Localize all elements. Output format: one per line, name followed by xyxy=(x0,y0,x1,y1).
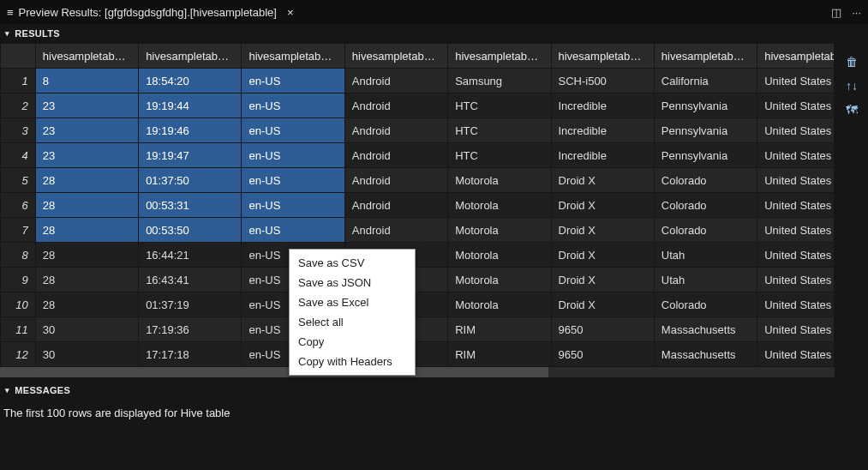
row-number-cell[interactable]: 12 xyxy=(1,342,36,367)
row-number-cell[interactable]: 3 xyxy=(1,118,36,143)
table-cell[interactable]: Samsung xyxy=(448,69,551,93)
table-row[interactable]: 123017:17:18en-USRIM OSRIM9650Massachuse… xyxy=(1,342,835,367)
table-cell[interactable]: Droid X xyxy=(551,193,654,218)
row-number-cell[interactable]: 1 xyxy=(1,69,36,93)
table-cell[interactable]: 28 xyxy=(35,292,138,317)
context-menu-item[interactable]: Copy with Headers xyxy=(290,352,415,371)
table-cell[interactable]: Colorado xyxy=(654,292,757,317)
table-cell[interactable]: 23 xyxy=(35,93,138,118)
row-number-cell[interactable]: 7 xyxy=(1,218,36,243)
table-cell[interactable]: HTC xyxy=(448,118,551,143)
close-icon[interactable]: × xyxy=(287,6,294,19)
scrollbar-thumb[interactable] xyxy=(0,367,548,377)
table-cell[interactable]: Massachusetts xyxy=(654,317,757,342)
context-menu-item[interactable]: Copy xyxy=(290,332,415,352)
table-cell[interactable]: Massachusetts xyxy=(654,342,757,367)
context-menu-item[interactable]: Save as JSON xyxy=(290,273,415,292)
table-cell[interactable]: United States xyxy=(757,93,835,118)
table-cell[interactable]: Incredible xyxy=(551,93,654,118)
context-menu-item[interactable]: Save as Excel xyxy=(290,292,415,312)
column-header[interactable]: hivesampletab… xyxy=(344,44,447,69)
column-header[interactable]: hivesampletab… xyxy=(757,44,835,69)
column-header[interactable]: hivesampletab… xyxy=(448,44,551,69)
table-cell[interactable]: 28 xyxy=(35,193,138,218)
table-cell[interactable]: Android xyxy=(344,93,447,118)
table-cell[interactable]: United States xyxy=(757,243,835,268)
table-cell[interactable]: Utah xyxy=(654,243,757,268)
row-number-cell[interactable]: 2 xyxy=(1,93,36,118)
context-menu-item[interactable]: Select all xyxy=(290,312,415,332)
table-cell[interactable]: Motorola xyxy=(448,292,551,317)
table-cell[interactable]: 30 xyxy=(35,317,138,342)
table-cell[interactable]: SCH-i500 xyxy=(551,69,654,93)
table-cell[interactable]: 19:19:46 xyxy=(139,118,242,143)
context-menu[interactable]: Save as CSVSave as JSONSave as ExcelSele… xyxy=(289,249,416,376)
table-cell[interactable]: 01:37:19 xyxy=(139,292,242,317)
table-row[interactable]: 72800:53:50en-USAndroidMotorolaDroid XCo… xyxy=(1,218,835,243)
table-cell[interactable]: 16:43:41 xyxy=(139,268,242,292)
table-cell[interactable]: Motorola xyxy=(448,193,551,218)
table-cell[interactable]: United States xyxy=(757,118,835,143)
table-cell[interactable]: Droid X xyxy=(551,243,654,268)
chart-icon[interactable]: ↑↓ xyxy=(846,79,858,93)
table-cell[interactable]: en-US xyxy=(242,218,344,243)
table-cell[interactable]: United States xyxy=(757,143,835,168)
table-cell[interactable]: 30 xyxy=(35,342,138,367)
table-cell[interactable]: Android xyxy=(344,168,447,193)
column-header[interactable]: hivesampletab… xyxy=(242,44,344,69)
messages-section-header[interactable]: ▾ MESSAGES xyxy=(0,381,868,400)
table-cell[interactable]: 19:19:47 xyxy=(139,143,242,168)
table-row[interactable]: 82816:44:21en-USAndroidMotorolaDroid XUt… xyxy=(1,243,835,268)
table-cell[interactable]: 9650 xyxy=(551,317,654,342)
table-cell[interactable]: Pennsylvania xyxy=(654,93,757,118)
table-cell[interactable]: 9650 xyxy=(551,342,654,367)
table-cell[interactable]: 17:19:36 xyxy=(139,317,242,342)
table-cell[interactable]: 19:19:44 xyxy=(139,93,242,118)
tab-title[interactable]: Preview Results: [gfgfdsgdsgfdhg].[hives… xyxy=(19,6,277,19)
table-cell[interactable]: 00:53:50 xyxy=(139,218,242,243)
table-cell[interactable]: 01:37:50 xyxy=(139,168,242,193)
table-cell[interactable]: Android xyxy=(344,118,447,143)
table-row[interactable]: 22319:19:44en-USAndroidHTCIncrediblePenn… xyxy=(1,93,835,118)
table-cell[interactable]: RIM xyxy=(448,342,551,367)
table-cell[interactable]: 28 xyxy=(35,218,138,243)
column-header[interactable]: hivesampletab… xyxy=(139,44,242,69)
trash-icon[interactable]: 🗑 xyxy=(846,55,858,69)
table-cell[interactable]: HTC xyxy=(448,143,551,168)
row-number-cell[interactable]: 10 xyxy=(1,292,36,317)
table-cell[interactable]: Droid X xyxy=(551,218,654,243)
table-cell[interactable]: United States xyxy=(757,168,835,193)
more-actions-icon[interactable]: ··· xyxy=(852,7,861,18)
table-cell[interactable]: en-US xyxy=(242,143,344,168)
table-row[interactable]: 113017:19:36en-USRIM OSRIM9650Massachuse… xyxy=(1,317,835,342)
split-editor-icon[interactable]: ◫ xyxy=(831,7,841,18)
table-cell[interactable]: United States xyxy=(757,292,835,317)
row-number-cell[interactable]: 8 xyxy=(1,243,36,268)
context-menu-item[interactable]: Save as CSV xyxy=(290,253,415,273)
row-number-cell[interactable]: 4 xyxy=(1,143,36,168)
table-cell[interactable]: Colorado xyxy=(654,193,757,218)
table-cell[interactable]: 23 xyxy=(35,118,138,143)
table-cell[interactable]: 18:54:20 xyxy=(139,69,242,93)
table-cell[interactable]: Droid X xyxy=(551,268,654,292)
table-cell[interactable]: en-US xyxy=(242,168,344,193)
table-cell[interactable]: United States xyxy=(757,69,835,93)
table-cell[interactable]: Pennsylvania xyxy=(654,118,757,143)
table-cell[interactable]: Pennsylvania xyxy=(654,143,757,168)
row-number-cell[interactable]: 6 xyxy=(1,193,36,218)
table-cell[interactable]: Motorola xyxy=(448,268,551,292)
table-cell[interactable]: Android xyxy=(344,69,447,93)
row-number-cell[interactable]: 9 xyxy=(1,268,36,292)
table-cell[interactable]: 17:17:18 xyxy=(139,342,242,367)
table-cell[interactable]: en-US xyxy=(242,93,344,118)
results-section-header[interactable]: ▾ RESULTS xyxy=(0,24,868,43)
table-cell[interactable]: Colorado xyxy=(654,168,757,193)
table-cell[interactable]: Droid X xyxy=(551,292,654,317)
column-header[interactable]: hivesampletab… xyxy=(654,44,757,69)
table-cell[interactable]: HTC xyxy=(448,93,551,118)
table-cell[interactable]: en-US xyxy=(242,118,344,143)
column-header[interactable]: hivesampletab… xyxy=(35,44,138,69)
table-cell[interactable]: United States xyxy=(757,342,835,367)
table-cell[interactable]: Motorola xyxy=(448,168,551,193)
results-table[interactable]: hivesampletab…hivesampletab…hivesampleta… xyxy=(0,43,835,367)
